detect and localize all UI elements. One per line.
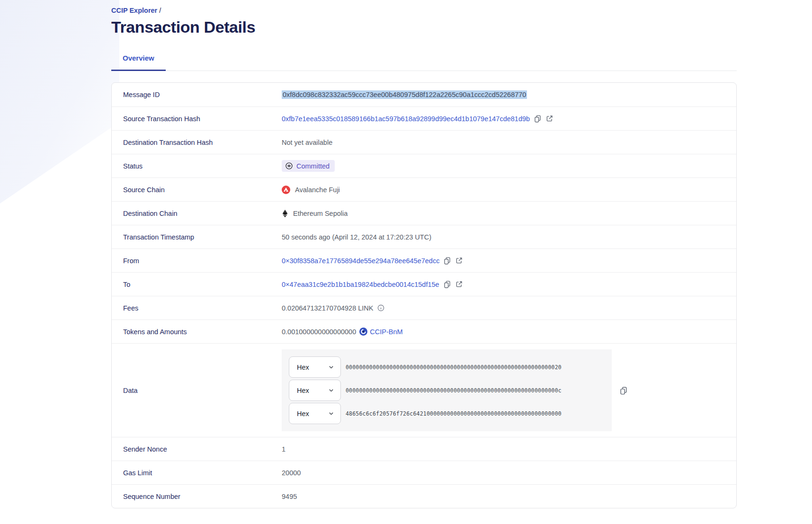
row-label: Gas Limit (123, 469, 282, 477)
info-icon[interactable] (377, 304, 384, 311)
breadcrumb-separator: / (159, 7, 161, 14)
data-hex-value: 0000000000000000000000000000000000000000… (346, 364, 562, 371)
row-from: From 0×30f8358a7e17765894de55e294a78ee64… (112, 249, 736, 272)
ccip-bnm-token-icon (359, 328, 367, 336)
row-label: Source Chain (123, 186, 282, 194)
data-hex-line: Hex 48656c6c6f20576f726c6421000000000000… (289, 403, 605, 424)
copy-icon[interactable] (619, 386, 628, 395)
status-badge: Committed (282, 160, 335, 172)
data-hex-value: 48656c6c6f20576f726c64210000000000000000… (346, 410, 562, 417)
copy-icon[interactable] (534, 115, 542, 123)
token-amount: 0.001000000000000000 (282, 328, 356, 336)
page-title: Transaction Details (111, 18, 812, 36)
row-transaction-timestamp: Transaction Timestamp 50 seconds ago (Ap… (112, 225, 736, 249)
chevron-down-icon (328, 410, 334, 417)
breadcrumb: CCIP Explorer/ (111, 7, 812, 14)
row-fees: Fees 0.020647132170704928 LINK (112, 296, 736, 320)
chevron-down-icon (328, 364, 334, 370)
row-message-id: Message ID 0xf8dc098c832332ac59ccc73ee00… (112, 83, 736, 107)
gas-limit-value: 20000 (282, 469, 301, 477)
transaction-timestamp-value: 50 seconds ago (April 12, 2024 at 17:20:… (282, 233, 431, 241)
copy-icon[interactable] (443, 280, 451, 288)
breadcrumb-ccip-explorer-link[interactable]: CCIP Explorer (111, 7, 157, 14)
source-chain-name: Avalanche Fuji (295, 186, 340, 194)
row-label: To (123, 281, 282, 288)
sequence-number-value: 9495 (282, 493, 297, 500)
tab-overview[interactable]: Overview (111, 54, 166, 71)
status-committed-icon (285, 162, 293, 170)
row-label: Data (123, 387, 282, 394)
message-id-value: 0xf8dc098c832332ac59ccc73ee00b480975d8f1… (282, 90, 527, 99)
row-status: Status Committed (112, 154, 736, 178)
status-badge-label: Committed (296, 162, 330, 170)
row-label: Destination Chain (123, 210, 282, 217)
destination-chain-name: Ethereum Sepolia (293, 210, 348, 217)
fees-value: 0.020647132170704928 LINK (282, 304, 374, 312)
token-link[interactable]: CCIP-BnM (359, 328, 402, 336)
row-label: Fees (123, 304, 282, 312)
external-link-icon[interactable] (545, 115, 553, 123)
data-hex-line: Hex 000000000000000000000000000000000000… (289, 380, 605, 401)
source-transaction-hash-link[interactable]: 0xfb7e1eea5335c018589166b1ac597b618a9289… (282, 115, 530, 123)
row-label: Destination Transaction Hash (123, 139, 282, 146)
destination-transaction-hash-value: Not yet available (282, 139, 332, 146)
external-link-icon[interactable] (455, 257, 463, 265)
data-format-select[interactable]: Hex (289, 356, 341, 378)
row-to: To 0×47eaa31c9e2b1b1ba19824bedcbe0014c15… (112, 272, 736, 296)
data-hex-value: 0000000000000000000000000000000000000000… (346, 387, 562, 394)
row-data: Data Hex 0000000000000000000000000000000… (112, 343, 736, 437)
row-label: Sequence Number (123, 493, 282, 500)
row-label: Tokens and Amounts (123, 328, 282, 336)
row-label: Sender Nonce (123, 445, 282, 453)
to-address-link[interactable]: 0×47eaa31c9e2b1b1ba19824bedcbe0014c15df1… (282, 281, 439, 288)
data-format-select-value: Hex (297, 410, 309, 417)
data-format-select-value: Hex (297, 387, 309, 394)
avalanche-icon (282, 186, 290, 194)
row-source-transaction-hash: Source Transaction Hash 0xfb7e1eea5335c0… (112, 107, 736, 130)
external-link-icon[interactable] (455, 280, 463, 288)
row-sender-nonce: Sender Nonce 1 (112, 437, 736, 461)
tab-bar: Overview (111, 54, 737, 71)
transaction-details-page: CCIP Explorer/ Transaction Details Overv… (0, 0, 812, 508)
row-label: Message ID (123, 91, 282, 98)
row-label: Transaction Timestamp (123, 233, 282, 241)
data-hex-panel: Hex 000000000000000000000000000000000000… (282, 349, 612, 431)
row-gas-limit: Gas Limit 20000 (112, 461, 736, 484)
token-name: CCIP-BnM (370, 328, 402, 336)
sender-nonce-value: 1 (282, 445, 286, 453)
row-tokens-and-amounts: Tokens and Amounts 0.001000000000000000 … (112, 320, 736, 343)
from-address-link[interactable]: 0×30f8358a7e17765894de55e294a78ee645e7ed… (282, 257, 439, 265)
row-label: Source Transaction Hash (123, 115, 282, 123)
transaction-details-card: Message ID 0xf8dc098c832332ac59ccc73ee00… (111, 82, 737, 508)
chevron-down-icon (328, 387, 334, 393)
row-destination-transaction-hash: Destination Transaction Hash Not yet ava… (112, 130, 736, 154)
ethereum-icon (282, 209, 288, 218)
data-format-select-value: Hex (297, 364, 309, 371)
data-format-select[interactable]: Hex (289, 403, 341, 424)
row-label: Status (123, 162, 282, 170)
row-sequence-number: Sequence Number 9495 (112, 484, 736, 508)
data-format-select[interactable]: Hex (289, 380, 341, 401)
copy-icon[interactable] (443, 257, 451, 265)
row-destination-chain: Destination Chain Ethereum Sepolia (112, 201, 736, 225)
row-source-chain: Source Chain Avalanche Fuji (112, 178, 736, 201)
row-label: From (123, 257, 282, 265)
data-hex-line: Hex 000000000000000000000000000000000000… (289, 356, 605, 378)
